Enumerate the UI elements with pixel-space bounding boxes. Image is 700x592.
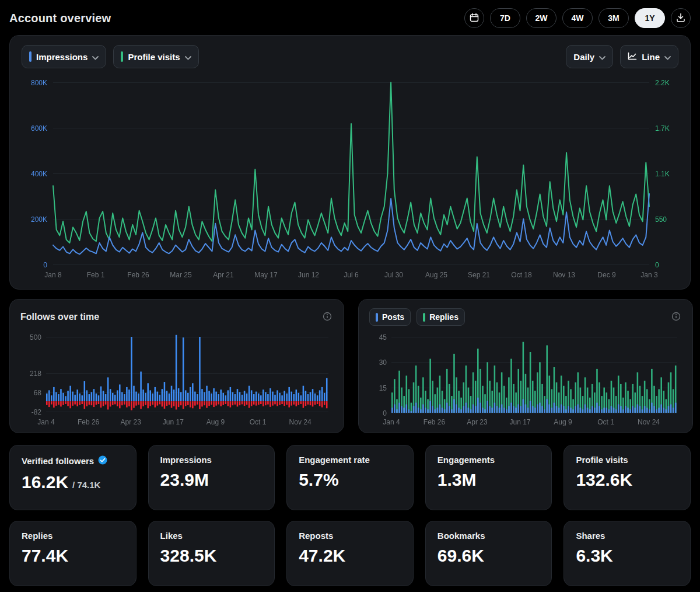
follows-info-button[interactable]	[321, 311, 333, 324]
metric1-dropdown[interactable]: Impressions	[22, 45, 106, 68]
stat-value-main: 1.3M	[438, 470, 477, 490]
chevron-down-icon	[664, 52, 671, 62]
posts-color-indicator	[376, 313, 378, 322]
stat-value-main: 5.7%	[299, 470, 338, 490]
stat-label-text: Replies	[22, 531, 52, 541]
profile-visits-color-indicator	[121, 51, 123, 62]
stat-label-text: Likes	[160, 531, 183, 541]
stat-label-text: Verified followers	[22, 456, 94, 466]
stat-label-text: Shares	[576, 531, 605, 541]
granularity-label: Daily	[573, 52, 594, 62]
follows-card-title: Follows over time	[20, 312, 99, 322]
chart-controls: Impressions Profile visits Daily	[22, 45, 678, 68]
stat-card-verified-followers: Verified followers 16.2K / 74.1K	[9, 445, 136, 510]
stat-card-engagement-rate: Engagement rate 5.7%	[286, 445, 414, 510]
stat-value-main: 16.2K	[22, 472, 68, 492]
metric1-label: Impressions	[36, 52, 88, 62]
stat-card-bookmarks: Bookmarks 69.6K	[425, 521, 552, 586]
range-controls: 7D 2W 4W 3M 1Y	[464, 8, 691, 28]
posts-replies-info-button[interactable]	[670, 311, 682, 324]
stat-value-main: 6.3K	[576, 546, 612, 566]
stat-card-replies: Replies 77.4K	[9, 521, 136, 586]
posts-replies-legend: Posts Replies	[369, 308, 465, 326]
follows-over-time-chart[interactable]	[20, 331, 333, 428]
replies-legend-label: Replies	[429, 312, 459, 322]
stat-value: 16.2K / 74.1K	[22, 472, 124, 492]
stat-value-main: 77.4K	[22, 546, 68, 566]
stat-card-likes: Likes 328.5K	[148, 521, 275, 586]
stat-card-impressions: Impressions 23.9M	[148, 445, 275, 510]
chevron-down-icon	[599, 52, 606, 62]
posts-legend-chip[interactable]: Posts	[369, 308, 411, 326]
chart-view-options: Daily Line	[566, 45, 678, 68]
stat-value-main: 69.6K	[438, 546, 484, 566]
range-1y-button[interactable]: 1Y	[635, 8, 665, 28]
stat-label-text: Engagements	[438, 455, 495, 465]
download-button[interactable]	[671, 8, 691, 28]
stat-card-shares: Shares 6.3K	[564, 521, 691, 586]
stat-label-text: Profile visits	[576, 455, 628, 465]
stat-label-text: Bookmarks	[438, 531, 485, 541]
top-bar: Account overview 7D 2W 4W 3M 1Y	[0, 0, 700, 35]
date-picker-button[interactable]	[464, 8, 484, 28]
range-3m-button[interactable]: 3M	[598, 8, 629, 28]
follows-over-time-card: Follows over time	[9, 299, 344, 433]
stat-value-main: 23.9M	[160, 470, 209, 490]
stat-value-suffix: / 74.1K	[72, 480, 100, 490]
replies-legend-chip[interactable]: Replies	[416, 308, 465, 326]
stat-value-main: 47.2K	[299, 546, 345, 566]
granularity-dropdown[interactable]: Daily	[566, 45, 613, 68]
secondary-charts-row: Follows over time Posts Replies	[9, 299, 691, 433]
impressions-color-indicator	[29, 51, 32, 62]
chevron-down-icon	[92, 52, 99, 62]
metric2-label: Profile visits	[128, 52, 180, 62]
metric2-dropdown[interactable]: Profile visits	[113, 45, 198, 68]
impressions-profile-visits-chart[interactable]	[22, 74, 680, 282]
stat-label-text: Reposts	[299, 531, 333, 541]
calendar-icon	[470, 13, 479, 24]
main-chart-card: Impressions Profile visits Daily	[9, 35, 691, 290]
stat-label-text: Impressions	[160, 455, 212, 465]
download-icon	[676, 13, 685, 24]
info-icon	[671, 312, 681, 323]
stat-value-main: 328.5K	[160, 546, 217, 566]
posts-replies-card: Posts Replies	[358, 299, 693, 433]
range-2w-button[interactable]: 2W	[526, 8, 556, 28]
stat-card-reposts: Reposts 47.2K	[286, 521, 414, 586]
page-title: Account overview	[9, 12, 111, 25]
stat-label: Verified followers	[22, 455, 124, 467]
chart-type-label: Line	[642, 52, 660, 62]
replies-color-indicator	[423, 313, 425, 322]
stat-card-profile-visits: Profile visits 132.6K	[564, 445, 691, 510]
stat-card-engagements: Engagements 1.3M	[425, 445, 552, 510]
posts-replies-card-header: Posts Replies	[369, 308, 682, 326]
line-chart-icon	[628, 52, 637, 62]
info-icon	[323, 312, 332, 323]
follows-card-header: Follows over time	[20, 308, 333, 326]
posts-legend-label: Posts	[382, 312, 404, 322]
chart-type-dropdown[interactable]: Line	[620, 45, 678, 68]
verified-badge-icon	[97, 455, 108, 467]
range-7d-button[interactable]: 7D	[490, 8, 520, 28]
stat-label-text: Engagement rate	[299, 455, 370, 465]
stat-value-main: 132.6K	[576, 470, 632, 490]
range-4w-button[interactable]: 4W	[562, 8, 593, 28]
chevron-down-icon	[185, 52, 191, 62]
stats-grid: Verified followers 16.2K / 74.1K Impress…	[9, 445, 691, 586]
metric-selectors: Impressions Profile visits	[22, 45, 199, 68]
posts-replies-chart[interactable]	[369, 331, 682, 428]
